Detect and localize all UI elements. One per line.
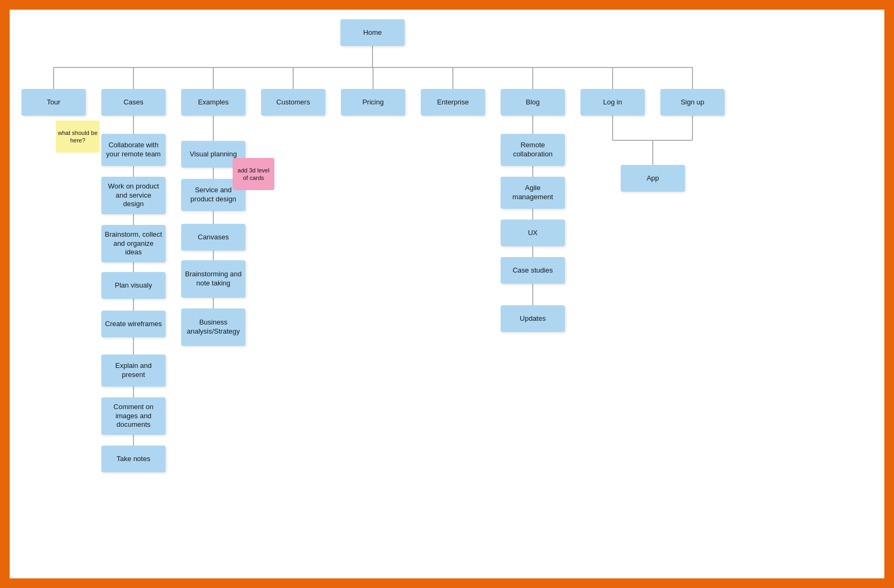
brainstorm-collect-card[interactable]: Brainstorm, collect and organize ideas <box>101 225 166 262</box>
customers-card[interactable]: Customers <box>261 89 325 116</box>
explain-present-card[interactable]: Explain and present <box>101 355 166 387</box>
examples-card[interactable]: Examples <box>181 89 245 116</box>
ux-card[interactable]: UX <box>501 220 565 246</box>
tour-note: what should be here? <box>56 120 100 153</box>
take-notes-card[interactable]: Take notes <box>101 446 166 472</box>
signup-card[interactable]: Sign up <box>660 89 725 116</box>
brainstorming-note-card[interactable]: Brainstorming and note taking <box>181 260 245 298</box>
remote-collab-card[interactable]: Remote collaboration <box>501 134 565 166</box>
enterprise-card[interactable]: Enterprise <box>421 89 485 116</box>
canvas: Home Tour Cases Examples Customers Prici… <box>10 10 884 578</box>
plan-visually-card[interactable]: Plan visualy <box>101 272 166 299</box>
blog-card[interactable]: Blog <box>501 89 565 116</box>
comment-images-card[interactable]: Comment on images and documents <box>101 397 166 435</box>
case-studies-card[interactable]: Case studies <box>501 257 565 284</box>
canvases-card[interactable]: Canvases <box>181 224 245 251</box>
app-card[interactable]: App <box>621 165 685 192</box>
business-analysis-card[interactable]: Business analysis/Strategy <box>181 308 245 346</box>
updates-card[interactable]: Updates <box>501 305 565 332</box>
login-card[interactable]: Log in <box>580 89 645 116</box>
pricing-card[interactable]: Pricing <box>341 89 405 116</box>
home-card[interactable]: Home <box>340 19 405 46</box>
collaborate-remote-card[interactable]: Collaborate with your remote team <box>101 134 166 166</box>
cases-card[interactable]: Cases <box>101 89 166 116</box>
add-3d-note: add 3d level of cards <box>233 158 274 190</box>
agile-mgmt-card[interactable]: Agile management <box>501 177 565 209</box>
create-wireframes-card[interactable]: Create wireframes <box>101 311 166 337</box>
tour-card[interactable]: Tour <box>21 89 86 116</box>
work-product-card[interactable]: Work on product and service design <box>101 177 166 214</box>
